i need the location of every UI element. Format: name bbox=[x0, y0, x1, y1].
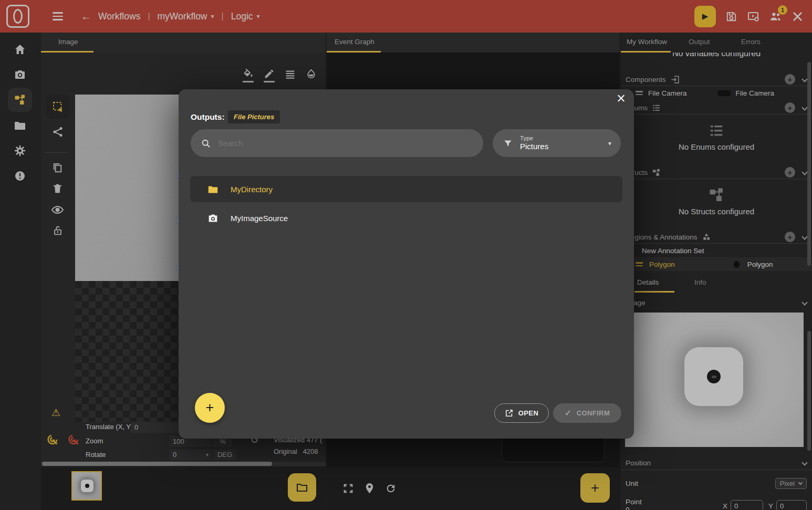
type-filter-label: Type bbox=[520, 134, 548, 142]
chevron-down-icon: ▾ bbox=[608, 140, 611, 147]
check-icon: ✓ bbox=[565, 408, 572, 418]
filter-funnel-icon bbox=[503, 139, 513, 148]
close-icon[interactable]: × bbox=[617, 90, 626, 107]
type-filter-value: Pictures bbox=[520, 142, 548, 152]
folder-icon bbox=[207, 184, 218, 195]
camera-icon bbox=[207, 213, 218, 224]
open-button[interactable]: OPEN bbox=[494, 403, 549, 423]
confirm-button[interactable]: ✓ CONFIRM bbox=[553, 403, 621, 423]
output-picker-modal: × Outputs: File Pictures Type Pictures ▾… bbox=[179, 89, 634, 439]
app-screen: ← Workflows | myWorkflow ▾ | Logic ▾ ▶ 1 bbox=[0, 0, 812, 510]
open-in-new-icon bbox=[505, 409, 514, 418]
list-item-label: MyDirectory bbox=[231, 185, 273, 194]
list-item-label: MyImageSource bbox=[231, 214, 288, 223]
add-output-fab[interactable]: + bbox=[195, 393, 225, 423]
search-input[interactable] bbox=[217, 138, 453, 148]
outputs-filter-chip[interactable]: File Pictures bbox=[228, 110, 280, 123]
plus-icon: + bbox=[206, 400, 214, 416]
search-bar[interactable] bbox=[191, 129, 483, 157]
list-item-image-source[interactable]: MyImageSource bbox=[190, 205, 622, 231]
list-item-directory[interactable]: MyDirectory bbox=[190, 176, 622, 202]
outputs-label: Outputs: bbox=[191, 112, 225, 122]
type-filter-select[interactable]: Type Pictures ▾ bbox=[493, 129, 621, 157]
search-icon bbox=[201, 138, 211, 149]
